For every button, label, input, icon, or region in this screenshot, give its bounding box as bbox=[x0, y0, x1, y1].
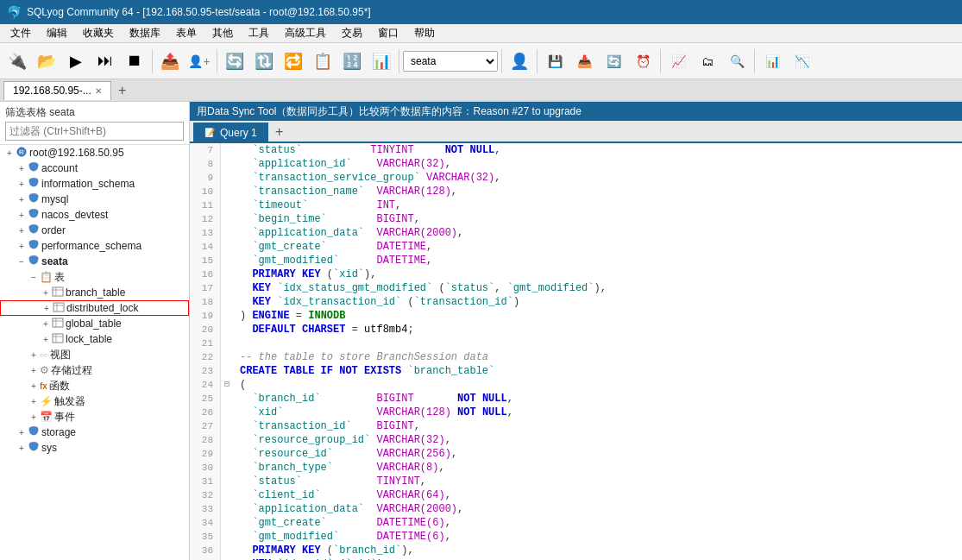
tree-expand-icon[interactable]: + bbox=[28, 350, 40, 360]
sync-btn1[interactable]: 🔄 bbox=[221, 47, 248, 75]
sync-btn3[interactable]: 🔁 bbox=[280, 47, 307, 75]
conn-tab[interactable]: 192.168.50.95-... ✕ bbox=[3, 81, 111, 100]
import-btn[interactable]: 👤+ bbox=[185, 47, 213, 75]
tree-item[interactable]: +branch_table bbox=[0, 285, 189, 300]
query-tab-add[interactable]: + bbox=[270, 123, 289, 142]
query-tab-1[interactable]: 📝 Query 1 bbox=[193, 123, 268, 142]
tree-expand-icon[interactable]: + bbox=[40, 319, 52, 329]
tree-expand-icon[interactable]: + bbox=[16, 211, 28, 220]
tree-item[interactable]: +Rroot@192.168.50.95 bbox=[0, 145, 189, 160]
tree-expand-icon[interactable]: + bbox=[40, 335, 52, 344]
tree-expand-icon[interactable]: − bbox=[16, 257, 28, 267]
code-line[interactable]: 24⊟( bbox=[190, 378, 962, 392]
code-line[interactable]: 33 `application_data` VARCHAR(2000), bbox=[190, 502, 962, 516]
report-btn[interactable]: 📈 bbox=[664, 47, 692, 75]
code-line[interactable]: 31 `status` TINYINT, bbox=[190, 475, 962, 488]
tree-item[interactable]: +fx函数 bbox=[0, 378, 189, 393]
menu-item-工具[interactable]: 工具 bbox=[242, 24, 276, 42]
tree-expand-icon[interactable]: + bbox=[16, 164, 28, 173]
code-line[interactable]: 19) ENGINE = INNODB bbox=[190, 309, 962, 323]
tree-item[interactable]: +distributed_lock bbox=[0, 300, 189, 316]
tree-expand-icon[interactable]: + bbox=[41, 304, 53, 313]
code-line[interactable]: 18 KEY `idx_transaction_id` (`transactio… bbox=[190, 295, 962, 309]
code-line[interactable]: 8 `application_id` VARCHAR(32), bbox=[190, 157, 962, 171]
sync-btn2[interactable]: 🔃 bbox=[250, 47, 278, 75]
open-btn[interactable]: 📂 bbox=[33, 47, 60, 75]
tree-expand-icon[interactable]: + bbox=[16, 428, 28, 437]
menu-item-其他[interactable]: 其他 bbox=[205, 24, 240, 42]
tree-expand-icon[interactable]: + bbox=[16, 242, 28, 251]
code-line[interactable]: 27 `transaction_id` BIGINT, bbox=[190, 419, 962, 433]
export-btn[interactable]: 📤 bbox=[156, 47, 184, 75]
code-line[interactable]: 14 `gmt_create` DATETIME, bbox=[190, 240, 962, 254]
tree-expand-icon[interactable]: + bbox=[28, 412, 40, 422]
conn-tab-close[interactable]: ✕ bbox=[95, 86, 102, 96]
new-connection-btn[interactable]: 🔌 bbox=[3, 47, 31, 75]
tree-item[interactable]: +sys bbox=[0, 440, 189, 456]
filter-input[interactable] bbox=[5, 122, 184, 141]
menu-item-高级工具[interactable]: 高级工具 bbox=[278, 24, 333, 42]
tree-item[interactable]: +order bbox=[0, 223, 189, 238]
code-line[interactable]: 36 PRIMARY KEY (`branch_id`), bbox=[190, 544, 962, 557]
compare-btn1[interactable]: 📊 bbox=[758, 47, 786, 75]
query-btn[interactable]: 🔍 bbox=[723, 47, 751, 75]
tree-item[interactable]: +○○视图 bbox=[0, 347, 189, 362]
compare-btn2[interactable]: 📉 bbox=[788, 47, 815, 75]
stop-btn[interactable]: ⏹ bbox=[121, 47, 148, 75]
menu-item-文件[interactable]: 文件 bbox=[3, 24, 38, 42]
tree-expand-icon[interactable]: + bbox=[16, 179, 28, 189]
code-line[interactable]: 20 DEFAULT CHARSET = utf8mb4; bbox=[190, 323, 962, 337]
tree-item[interactable]: +nacos_devtest bbox=[0, 207, 189, 223]
code-line[interactable]: 35 `gmt_modified` DATETIME(6), bbox=[190, 530, 962, 544]
menu-item-交易[interactable]: 交易 bbox=[335, 24, 369, 42]
tree-item[interactable]: +storage bbox=[0, 425, 189, 440]
menu-item-表单[interactable]: 表单 bbox=[169, 24, 204, 42]
tree-item[interactable]: +⚙存储过程 bbox=[0, 362, 189, 378]
fold-button[interactable]: ⊟ bbox=[221, 378, 233, 392]
grid2-btn[interactable]: 📊 bbox=[368, 47, 395, 75]
tree-expand-icon[interactable]: + bbox=[3, 148, 16, 158]
conn-tab-add[interactable]: + bbox=[113, 81, 132, 100]
code-line[interactable]: 10 `transaction_name` VARCHAR(128), bbox=[190, 185, 962, 198]
run-all-btn[interactable]: ⏭ bbox=[91, 47, 119, 75]
code-line[interactable]: 29 `resource_id` VARCHAR(256), bbox=[190, 447, 962, 461]
db-selector[interactable]: seataseata bbox=[403, 51, 498, 72]
code-line[interactable]: 22-- the table to store BranchSession da… bbox=[190, 350, 962, 364]
code-line[interactable]: 28 `resource_group_id` VARCHAR(32), bbox=[190, 433, 962, 447]
tree-expand-icon[interactable]: + bbox=[40, 288, 52, 298]
code-line[interactable]: 23CREATE TABLE IF NOT EXISTS `branch_tab… bbox=[190, 364, 962, 378]
tree-expand-icon[interactable]: + bbox=[16, 444, 28, 453]
tree-item[interactable]: −📋表 bbox=[0, 269, 189, 285]
tree-item[interactable]: −seata bbox=[0, 254, 189, 269]
sched-btn[interactable]: ⏰ bbox=[629, 47, 657, 75]
tree-expand-icon[interactable]: + bbox=[28, 366, 40, 375]
code-line[interactable]: 34 `gmt_create` DATETIME(6), bbox=[190, 516, 962, 530]
tree-item[interactable]: +mysql bbox=[0, 192, 189, 207]
code-line[interactable]: 26 `xid` VARCHAR(128) NOT NULL, bbox=[190, 406, 962, 419]
code-editor[interactable]: 7 `status` TINYINT NOT NULL,8 `applicati… bbox=[190, 143, 962, 560]
tree-item[interactable]: +⚡触发器 bbox=[0, 393, 189, 409]
restore-btn[interactable]: 🔄 bbox=[600, 47, 627, 75]
schema-btn[interactable]: 🗂 bbox=[694, 47, 721, 75]
tree-item[interactable]: +account bbox=[0, 160, 189, 176]
tree-item[interactable]: +lock_table bbox=[0, 331, 189, 347]
user-btn[interactable]: 👤 bbox=[506, 47, 533, 75]
menu-item-帮助[interactable]: 帮助 bbox=[407, 24, 442, 42]
table-btn[interactable]: 📋 bbox=[309, 47, 336, 75]
grid-btn[interactable]: 🔢 bbox=[338, 47, 366, 75]
backup2-btn[interactable]: 📥 bbox=[570, 47, 598, 75]
code-line[interactable]: 25 `branch_id` BIGINT NOT NULL, bbox=[190, 392, 962, 406]
tree-expand-icon[interactable]: + bbox=[16, 226, 28, 236]
code-line[interactable]: 11 `timeout` INT, bbox=[190, 198, 962, 212]
tree-item[interactable]: +information_schema bbox=[0, 176, 189, 192]
menu-item-数据库[interactable]: 数据库 bbox=[123, 24, 167, 42]
code-line[interactable]: 32 `client_id` VARCHAR(64), bbox=[190, 488, 962, 502]
run-btn[interactable]: ▶ bbox=[62, 47, 90, 75]
code-line[interactable]: 30 `branch_type` VARCHAR(8), bbox=[190, 461, 962, 475]
code-line[interactable]: 13 `application_data` VARCHAR(2000), bbox=[190, 226, 962, 240]
code-line[interactable]: 7 `status` TINYINT NOT NULL, bbox=[190, 143, 962, 157]
tree-expand-icon[interactable]: + bbox=[16, 195, 28, 204]
code-line[interactable]: 21 bbox=[190, 337, 962, 350]
menu-item-窗口[interactable]: 窗口 bbox=[371, 24, 406, 42]
tree-expand-icon[interactable]: + bbox=[28, 381, 40, 391]
